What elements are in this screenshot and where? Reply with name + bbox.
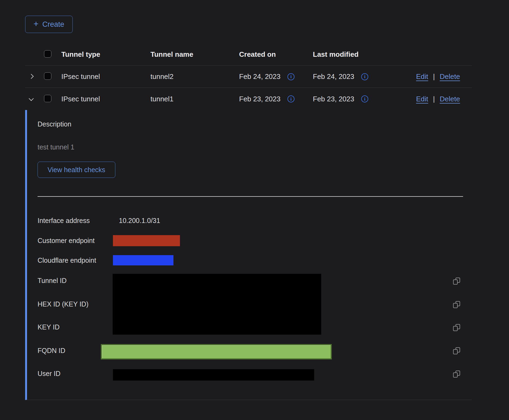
ids-redacted-value [113,274,321,335]
copy-icon-fqdn-id[interactable] [453,347,460,354]
edit-link[interactable]: Edit [416,72,428,81]
view-health-checks-button[interactable]: View health checks [38,162,115,178]
tunnel-details-panel: Description test tunnel 1 View health ch… [25,110,472,400]
tunnels-table: Tunnel type Tunnel name Created on Last … [25,43,472,110]
table-row-tunnel1: IPsec tunnel tunnel1 Feb 23, 2023 i Feb … [25,88,472,110]
user-id-label: User ID [38,369,61,378]
user-id-redacted-value [113,369,314,381]
row-checkbox[interactable] [44,72,51,80]
table-header: Tunnel type Tunnel name Created on Last … [25,43,472,66]
tunnel-name-cell: tunnel1 [150,95,239,103]
tunnel-name-cell: tunnel2 [150,72,239,81]
plus-icon: + [34,19,39,28]
customer-endpoint-label: Customer endpoint [38,236,95,245]
info-icon[interactable]: i [361,95,368,102]
edit-link[interactable]: Edit [416,95,428,103]
create-button-label: Create [42,20,64,29]
column-header-created-on: Created on [239,50,313,59]
info-icon[interactable]: i [287,73,294,80]
fqdn-id-label: FQDN ID [38,346,65,355]
action-separator: | [433,72,435,81]
row-checkbox[interactable] [44,95,51,102]
copy-icon-user-id[interactable] [453,371,460,378]
interface-address-label: Interface address [38,216,90,225]
info-icon[interactable]: i [361,73,368,80]
section-divider [38,196,463,197]
cloudflare-endpoint-label: Cloudflare endpoint [38,256,96,264]
delete-link[interactable]: Delete [440,72,460,81]
copy-icon-tunnel-id[interactable] [453,278,460,285]
delete-link[interactable]: Delete [440,95,460,103]
tunnel-id-label: Tunnel ID [38,276,66,285]
ipsec-tunnels-page: + Create Tunnel type Tunnel name Created… [0,0,509,420]
description-value: test tunnel 1 [38,143,74,151]
chevron-right-icon[interactable] [29,74,34,79]
fqdn-id-redacted-value [101,344,332,359]
hex-id-label: HEX ID (KEY ID) [38,300,88,308]
info-icon[interactable]: i [287,95,294,102]
column-header-tunnel-name: Tunnel name [150,50,239,59]
interface-address-value: 10.200.1.0/31 [119,216,160,225]
tunnel-type-cell: IPsec tunnel [61,72,150,81]
copy-icon-hex-id[interactable] [453,301,460,308]
description-label: Description [38,120,71,128]
cloudflare-endpoint-redacted-value [113,255,173,265]
last-modified-cell: Feb 24, 2023 [313,72,354,81]
created-on-cell: Feb 23, 2023 [239,95,280,103]
tunnel-type-cell: IPsec tunnel [61,95,150,103]
chevron-down-icon[interactable] [29,96,34,101]
select-all-checkbox[interactable] [44,50,51,58]
key-id-label: KEY ID [38,323,60,331]
created-on-cell: Feb 24, 2023 [239,72,280,81]
action-separator: | [433,95,435,103]
table-row-tunnel2: IPsec tunnel tunnel2 Feb 24, 2023 i Feb … [25,66,472,88]
create-button[interactable]: + Create [25,16,73,33]
copy-icon-key-id[interactable] [453,324,460,331]
customer-endpoint-redacted-value [113,235,180,246]
column-header-tunnel-type: Tunnel type [61,50,150,59]
last-modified-cell: Feb 23, 2023 [313,95,354,103]
column-header-last-modified: Last modified [313,50,416,59]
